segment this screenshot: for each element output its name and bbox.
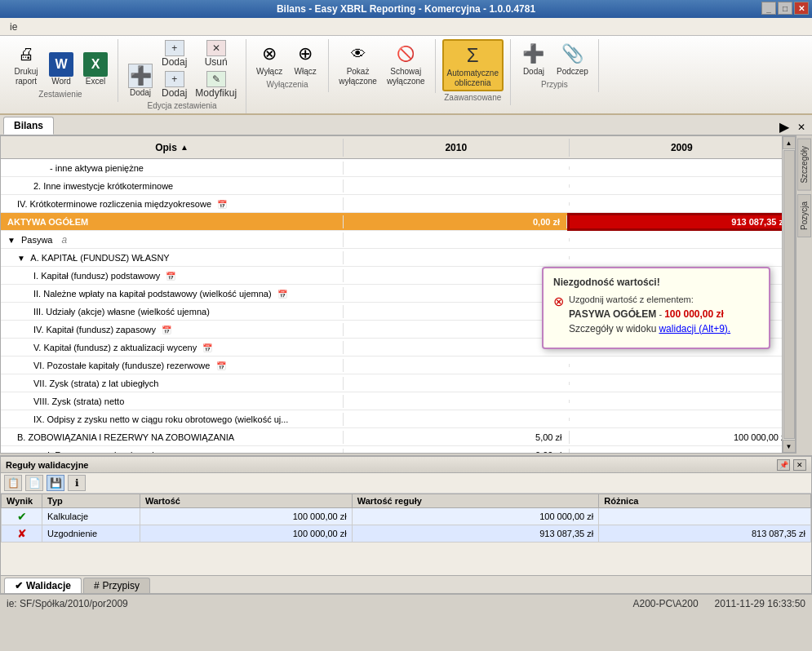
disable-button[interactable]: ⊗ Wyłącz (253, 39, 286, 78)
row-val-aktywa-2009: 913 087,35 zł (567, 213, 795, 231)
tab-close[interactable]: ✕ (794, 122, 809, 133)
enable-icon: ⊕ (292, 41, 318, 67)
auto-calc-button[interactable]: Σ Automatyczneobliczenia (442, 39, 504, 91)
tab-przypisy[interactable]: # Przypisy (83, 578, 150, 593)
panel-tool-3[interactable]: 💾 (47, 475, 64, 491)
ribbon-group-przypis: ➕ Dodaj 📎 Podczep Przypis (511, 39, 599, 92)
panel-tool-info[interactable]: ℹ (68, 475, 86, 491)
table-row[interactable]: VI. Pozostałe kapitały (fundusze) rezerw… (1, 356, 795, 374)
side-tab-pozycja[interactable]: Pozycja (797, 194, 811, 237)
table-row[interactable]: 2. Inne inwestycje krótkoterminowe (1, 177, 795, 195)
validation-row-ok[interactable]: ✔ Kalkulacje 100 000,00 zł 100 000,00 zł (2, 508, 811, 525)
add3-button[interactable]: + Dodaj (159, 70, 189, 100)
col-typ: Typ (42, 494, 140, 508)
print-label: Drukujraport (15, 67, 38, 86)
row-val-2010 (344, 202, 570, 206)
excel-icon: X (83, 52, 108, 77)
panel-tool-2[interactable]: 📄 (25, 475, 43, 491)
add1-button[interactable]: ➕ Dodaj (125, 62, 156, 100)
tab-walidacje[interactable]: ✔ Walidacje (4, 578, 82, 593)
popup-error-label: Uzgodnij wartość z elementem: (569, 293, 730, 307)
table-row[interactable]: IV. Krótkoterminowe rozliczenia międzyok… (1, 195, 795, 213)
panel-controls: 📌 ✕ (777, 459, 806, 471)
row-val-2010 (344, 184, 570, 188)
attach-icon: 📎 (559, 41, 585, 67)
menu-item-ie[interactable]: ie (3, 20, 24, 34)
remove-icon: ✕ (206, 40, 226, 56)
popup-link[interactable]: walidacji (Alt+9). (659, 323, 730, 334)
expand-icon[interactable]: ▼ (33, 451, 42, 454)
add2-button[interactable]: + Dodaj (159, 39, 189, 69)
show-disabled-button[interactable]: 👁 Pokażwyłączone (335, 39, 380, 88)
scroll-thumb[interactable] (783, 150, 795, 439)
status-error-icon: ✘ (17, 527, 27, 540)
table-row[interactable]: ▼ A. KAPITAŁ (FUNDUSZ) WŁASNY (1, 249, 795, 267)
row-val-2009: 100 000,00 zł (570, 431, 796, 444)
word-label: Word (51, 77, 71, 86)
table-row[interactable]: VIII. Zysk (strata) netto (1, 392, 795, 410)
close-button[interactable]: ✕ (794, 2, 809, 15)
auto-calc-label: Automatyczneobliczenia (447, 69, 499, 88)
remove-button[interactable]: ✕ Usuń (193, 39, 239, 69)
tab-controls: ▶ ✕ (776, 119, 809, 135)
table-row-aktywa-ogolem[interactable]: AKTYWA OGÓŁEM 0,00 zł 913 087,35 zł (1, 213, 795, 231)
modify-button[interactable]: ✎ Modyfikuj (193, 70, 239, 100)
scroll-down[interactable]: ▼ (783, 440, 796, 453)
table-row[interactable]: B. ZOBOWIĄZANIA I REZERWY NA ZOBOWIĄZANI… (1, 428, 795, 446)
row-type: Kalkulacje (42, 508, 140, 525)
modify-icon: ✎ (206, 71, 226, 87)
table-row-pasywa[interactable]: ▼ Pasywa a (1, 231, 795, 249)
validation-popup: Niezgodność wartości! ⊗ Uzgodnij wartość… (542, 267, 770, 349)
enable-button[interactable]: ⊕ Włącz (289, 39, 322, 78)
table-row[interactable]: - inne aktywa pieniężne (1, 159, 795, 177)
maximize-button[interactable]: □ (778, 2, 792, 15)
print-icon: 🖨 (13, 41, 39, 67)
attach-button[interactable]: 📎 Podczep (553, 39, 592, 78)
scrollbar[interactable]: ▲ ▼ (782, 136, 795, 453)
panel-tool-1[interactable]: 📋 (4, 475, 22, 491)
row-val-2010: 0,00 zł (344, 449, 570, 454)
hide-disabled-button[interactable]: 🚫 Schowajwyłączone (384, 39, 428, 88)
row-rule-value: 100 000,00 zł (352, 508, 598, 525)
expand-icon[interactable]: ▼ (7, 236, 16, 245)
tab-bilans[interactable]: Bilans (3, 117, 54, 135)
excel-button[interactable]: X Excel (80, 51, 111, 88)
row-val-2010 (344, 382, 570, 385)
row-val-2010 (344, 364, 570, 367)
validation-row-error[interactable]: ✘ Uzgodnienie 100 000,00 zł 913 087,35 z… (2, 525, 811, 542)
panel-toolbar: 📋 📄 💾 ℹ (1, 473, 811, 494)
word-button[interactable]: W Word (46, 51, 77, 88)
row-status-ok: ✔ (2, 508, 42, 525)
main-area: Opis ▲ 2010 2009 - inne aktywa pieniężne… (0, 135, 812, 454)
minimize-button[interactable]: _ (761, 2, 776, 15)
popup-item-name: PASYWA OGÓŁEM (569, 308, 656, 320)
main-content: Opis ▲ 2010 2009 - inne aktywa pieniężne… (0, 135, 796, 454)
row-type: Uzgodnienie (42, 525, 140, 542)
panel-close-button[interactable]: ✕ (793, 459, 806, 471)
scroll-up[interactable]: ▲ (783, 136, 796, 149)
excel-label: Excel (86, 77, 105, 86)
sort-icon[interactable]: ▲ (180, 143, 189, 152)
row-val-2009 (570, 256, 796, 259)
row-label: V. Kapitał (fundusz) z aktualizacji wyce… (1, 341, 344, 354)
row-label: II. Należne wpłaty na kapitał podstawowy… (1, 287, 344, 300)
table-header: Opis ▲ 2010 2009 (1, 136, 795, 159)
tab-scroll-right[interactable]: ▶ (776, 119, 792, 135)
row-label: - inne aktywa pieniężne (1, 162, 344, 175)
add-footnote-button[interactable]: ➕ Dodaj (517, 39, 550, 78)
table-row[interactable]: VII. Zysk (strata) z lat ubiegłych (1, 374, 795, 392)
side-tab-szczegoly[interactable]: Szczegóły (797, 139, 811, 191)
panel-pin-button[interactable]: 📌 (777, 459, 790, 471)
show-hide-buttons: 👁 Pokażwyłączone 🚫 Schowajwyłączone (335, 39, 428, 88)
row-val-2009 (570, 418, 796, 421)
table-row[interactable]: IX. Odpisy z zysku netto w ciągu roku ob… (1, 410, 795, 428)
expand-icon[interactable]: ▼ (17, 254, 25, 263)
enable-label: Włącz (295, 67, 317, 77)
print-report-button[interactable]: 🖨 Drukujraport (10, 39, 42, 88)
row-label: B. ZOBOWIĄZANIA I REZERWY NA ZOBOWIĄZANI… (1, 431, 344, 444)
table-row[interactable]: ▼ I. Rezerwy na zobowiązania 0,00 zł (1, 446, 795, 453)
hide-disabled-icon: 🚫 (393, 41, 419, 67)
row-label-pasywa: ▼ Pasywa a (1, 232, 344, 247)
pasywa-note: a (62, 234, 68, 246)
row-status-error: ✘ (2, 525, 42, 542)
